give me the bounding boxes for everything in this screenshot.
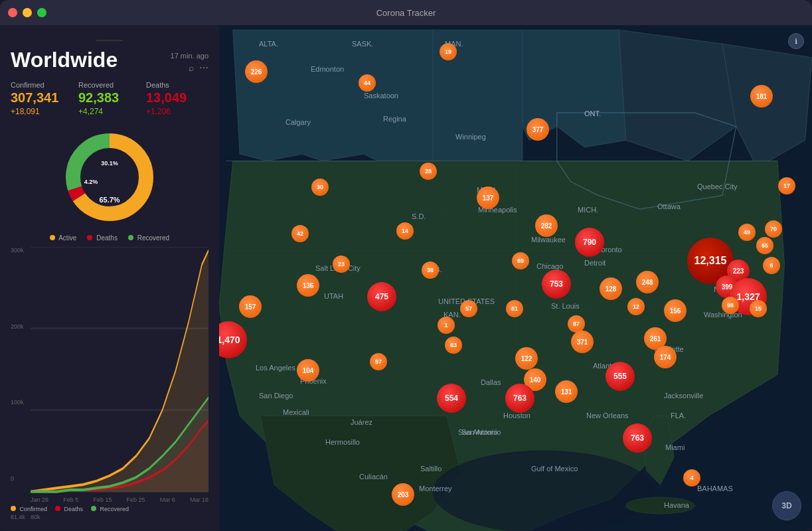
map-bubble[interactable]: 15 [750, 300, 767, 317]
map-bubble[interactable]: 6 [763, 257, 780, 274]
donut-legend: Active Deaths Recovered [50, 234, 169, 242]
map-bubble[interactable]: 28 [420, 163, 437, 180]
chart-recovered-legend: Recovered [91, 506, 129, 512]
deaths-label: Deaths [146, 81, 208, 89]
map-bubble[interactable]: 128 [600, 277, 622, 300]
map-bubble[interactable]: 203 [392, 483, 414, 506]
map-bubble[interactable]: 49 [738, 224, 756, 241]
map-bubble[interactable]: 181 [750, 85, 773, 108]
map-bubble[interactable]: 19 [440, 43, 457, 60]
app-title: Corona Tracker [376, 8, 436, 18]
map-bubble[interactable]: 104 [297, 359, 319, 382]
map-bubble[interactable]: 57 [370, 353, 387, 370]
y-bottom-2: 80k [31, 514, 41, 520]
y-axis-labels: 300k 200k 100k 0 [11, 247, 24, 482]
stats-row: Confirmed 307,341 +18,091 Recovered 92,3… [11, 81, 208, 116]
chart-confirmed-legend: Confirmed [11, 506, 47, 512]
map-bubble[interactable]: 98 [722, 297, 739, 314]
recovered-delta: +4,274 [78, 107, 141, 116]
confirmed-delta: +18,091 [11, 107, 73, 116]
map-bubble[interactable]: 226 [245, 60, 268, 83]
deaths-legend: Deaths [87, 234, 117, 242]
map-bubble[interactable]: 131 [555, 380, 578, 403]
deaths-stat: Deaths 13,049 +1,206 [146, 81, 208, 116]
map-bubble[interactable]: 70 [765, 220, 782, 238]
map-bubble[interactable]: 38 [422, 262, 439, 279]
minimize-button[interactable] [23, 8, 32, 17]
more-icon[interactable]: ⋯ [199, 62, 208, 73]
confirmed-value: 307,341 [11, 90, 73, 106]
map-bubble[interactable]: 63 [445, 337, 462, 354]
recovered-stat: Recovered 92,383 +4,274 [78, 81, 141, 116]
sidebar-title: Worldwide [11, 48, 118, 72]
svg-point-16 [626, 497, 695, 514]
map-bubble[interactable]: 65 [756, 237, 773, 254]
main-content: Worldwide 17 min. ago ⌕ ⋯ Confirmed 307,… [0, 25, 812, 531]
title-bar: Corona Tracker [0, 0, 812, 25]
map-bubble[interactable]: 371 [571, 331, 594, 353]
map-bubble[interactable]: 4 [683, 469, 700, 487]
search-icon[interactable]: ⌕ [189, 62, 194, 73]
map-bubble[interactable]: 136 [297, 274, 319, 297]
sidebar: Worldwide 17 min. ago ⌕ ⋯ Confirmed 307,… [0, 25, 219, 531]
svg-text:4.2%: 4.2% [84, 179, 98, 185]
map-bubble[interactable]: 377 [527, 118, 549, 141]
sidebar-icons: ⌕ ⋯ [189, 62, 208, 73]
traffic-lights [8, 8, 46, 17]
recovered-value: 92,383 [78, 90, 141, 106]
map-bubble[interactable]: 1 [438, 317, 455, 334]
close-button[interactable] [8, 8, 17, 17]
map-bubble[interactable]: 137 [477, 187, 499, 209]
map-bubble[interactable]: 555 [606, 362, 635, 391]
map-area: ALTA.SASK.MAN.EdmontonSaskatoonCalgaryRe… [219, 25, 812, 531]
map-bubble[interactable]: 174 [654, 346, 677, 368]
svg-text:30.1%: 30.1% [101, 160, 118, 167]
map-bubble[interactable]: 69 [512, 252, 529, 269]
recovered-label: Recovered [78, 81, 141, 89]
map-bubble[interactable]: 23 [333, 256, 350, 273]
chart-deaths-legend: Deaths [55, 506, 83, 512]
map-bubble[interactable]: 753 [542, 269, 571, 299]
line-chart-area: 300k 200k 100k 0 [11, 247, 208, 495]
map-bubble[interactable]: 156 [664, 299, 687, 322]
confirmed-label: Confirmed [11, 81, 73, 89]
deaths-delta: +1,206 [146, 107, 208, 116]
3d-button[interactable]: 3D [772, 491, 801, 520]
y-bottom-1: 81.4k [11, 514, 25, 520]
sidebar-header: Worldwide 17 min. ago ⌕ ⋯ [11, 48, 208, 73]
sidebar-meta: 17 min. ago ⌕ ⋯ [171, 52, 208, 73]
map-bubble[interactable]: 12 [627, 298, 645, 315]
svg-text:65.7%: 65.7% [99, 196, 120, 204]
map-bubble[interactable]: 81 [506, 300, 523, 317]
donut-chart-container: 30.1% 4.2% 65.7% Active Deaths Recovered [11, 124, 208, 242]
donut-chart: 30.1% 4.2% 65.7% [56, 124, 163, 230]
info-button[interactable]: ℹ [788, 33, 804, 49]
line-chart-container: 300k 200k 100k 0 [11, 247, 208, 520]
confirmed-stat: Confirmed 307,341 +18,091 [11, 81, 73, 116]
svg-point-15 [433, 451, 653, 531]
chart-legend: Confirmed Deaths Recovered [11, 506, 208, 512]
map-bubble[interactable]: 282 [535, 214, 558, 237]
chart-svg [31, 247, 208, 495]
map-bubble[interactable]: 763 [505, 384, 534, 413]
map-bubble[interactable]: 763 [623, 423, 652, 453]
maximize-button[interactable] [37, 8, 46, 17]
last-updated: 17 min. ago [171, 52, 208, 60]
map-bubble[interactable]: 17 [778, 177, 795, 194]
map-bubble[interactable]: 42 [291, 225, 309, 242]
map-bubble[interactable]: 14 [396, 222, 414, 240]
map-bubble[interactable]: 475 [367, 282, 396, 311]
map-bubble[interactable]: 57 [460, 300, 477, 317]
x-axis-labels: Jan 26 Feb 5 Feb 15 Feb 25 Mar 6 Mar 16 [11, 496, 208, 503]
deaths-value: 13,049 [146, 90, 208, 106]
active-legend: Active [50, 234, 76, 242]
map-bubble[interactable]: 157 [239, 295, 262, 318]
map-bubble[interactable]: 44 [359, 74, 376, 92]
map-bubble[interactable]: 122 [515, 347, 538, 370]
recovered-legend: Recovered [128, 234, 169, 242]
map-bubble[interactable]: 790 [575, 228, 604, 257]
map-bubble[interactable]: 554 [437, 384, 466, 413]
map-bubble[interactable]: 30 [311, 179, 329, 196]
map-bubble[interactable]: 248 [636, 271, 659, 293]
sidebar-divider [96, 40, 123, 41]
